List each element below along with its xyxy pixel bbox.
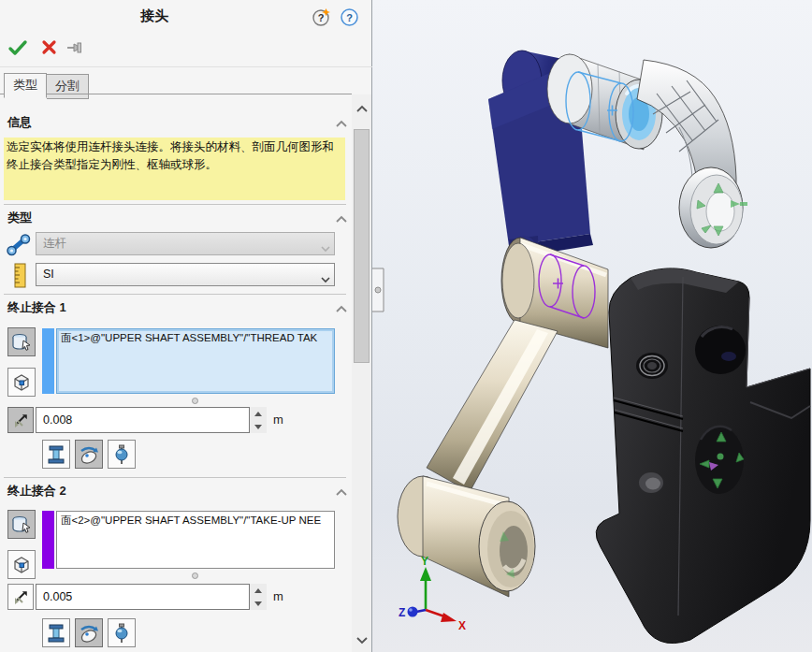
connector-type-dropdown: 连杆	[36, 232, 335, 255]
tab-split[interactable]: 分割	[47, 74, 89, 99]
svg-text:Y: Y	[421, 555, 428, 568]
info-message: 选定实体将使用连杆接头连接。将接头的材料、剖面几何图形和终止接合类型指定为刚性、…	[4, 138, 345, 200]
face-select-button[interactable]	[7, 327, 36, 356]
listbox-resize-handle[interactable]	[192, 572, 198, 579]
spherical-joint-button[interactable]	[108, 618, 136, 647]
spin-up-icon[interactable]	[254, 588, 262, 593]
spin-down-icon[interactable]	[254, 601, 262, 606]
rigid-joint-button[interactable]	[42, 618, 70, 647]
units-ruler-icon	[12, 263, 29, 293]
type-section-header: 类型	[7, 210, 32, 226]
collapse-chevron-icon[interactable]	[335, 486, 348, 500]
joint2-unit-label: m	[273, 589, 283, 603]
collapse-chevron-icon[interactable]	[335, 118, 348, 131]
assembly-3d-view: Y X Z	[372, 0, 812, 652]
face-select-button[interactable]	[7, 510, 36, 539]
solidworks-joint-propertymanager: 接头 ? ?	[0, 0, 812, 652]
listbox-resize-handle[interactable]	[192, 398, 198, 404]
help-icon[interactable]: ?	[340, 7, 359, 27]
collapse-chevron-icon[interactable]	[335, 213, 348, 226]
joint2-selection-colorbar	[42, 511, 54, 569]
joint1-selection-colorbar	[42, 328, 54, 394]
divider	[0, 66, 372, 67]
joint1-selection-list[interactable]: 面<1>@"UPPER SHAFT ASSEMBLY"/"THREAD TAK	[56, 328, 335, 394]
info-section-header: 信息	[7, 114, 32, 131]
divider	[4, 477, 346, 478]
cancel-button[interactable]	[39, 37, 60, 58]
page-title: 接头	[56, 7, 253, 25]
spin-down-icon[interactable]	[254, 425, 262, 429]
flip-direction-button[interactable]	[7, 584, 34, 610]
spherical-joint-button[interactable]	[108, 440, 136, 469]
divider	[4, 294, 346, 295]
collapse-chevron-icon[interactable]	[335, 303, 348, 316]
svg-text:?: ?	[318, 12, 325, 23]
joint2-distance-spinner[interactable]	[250, 584, 267, 610]
flip-direction-button[interactable]	[7, 407, 34, 433]
vertex-select-button[interactable]	[7, 550, 36, 579]
ok-button[interactable]	[7, 37, 28, 58]
divider	[0, 94, 352, 94]
svg-text:?: ?	[346, 12, 353, 23]
svg-text:Z: Z	[399, 606, 405, 619]
pivot-joint-button[interactable]	[75, 618, 103, 647]
joint1-section-header: 终止接合 1	[7, 299, 66, 316]
joint2-section-header: 终止接合 2	[7, 483, 66, 500]
vertex-select-button[interactable]	[7, 368, 36, 397]
spin-up-icon[interactable]	[254, 412, 262, 416]
panel-splitter-handle[interactable]	[372, 268, 384, 312]
scroll-down-icon[interactable]	[352, 631, 371, 649]
panel-scrollbar[interactable]	[352, 94, 371, 652]
graphics-viewport[interactable]: Y X Z	[372, 0, 812, 652]
joint1-distance-spinner[interactable]	[250, 407, 267, 433]
pin-icon[interactable]	[65, 37, 86, 58]
joint2-selection-list[interactable]: 面<2>@"UPPER SHAFT ASSEMBLY"/"TAKE-UP NEE	[56, 511, 335, 569]
svg-text:X: X	[458, 619, 466, 632]
whats-new-icon[interactable]: ?	[312, 7, 331, 27]
scroll-up-icon[interactable]	[352, 100, 371, 118]
joint2-distance-input[interactable]	[36, 584, 250, 610]
unit-system-dropdown[interactable]: SI	[36, 263, 335, 286]
joint1-distance-input[interactable]	[36, 407, 250, 433]
tab-type[interactable]: 类型	[4, 73, 47, 98]
pivot-joint-button[interactable]	[75, 440, 103, 469]
property-panel: 接头 ? ?	[0, 0, 372, 652]
tab-bar: 类型分割	[4, 73, 89, 94]
scrollbar-thumb[interactable]	[354, 129, 370, 363]
joint1-unit-label: m	[273, 413, 283, 427]
rigid-joint-button[interactable]	[42, 440, 70, 469]
divider	[4, 204, 346, 205]
link-connector-icon	[7, 233, 31, 261]
